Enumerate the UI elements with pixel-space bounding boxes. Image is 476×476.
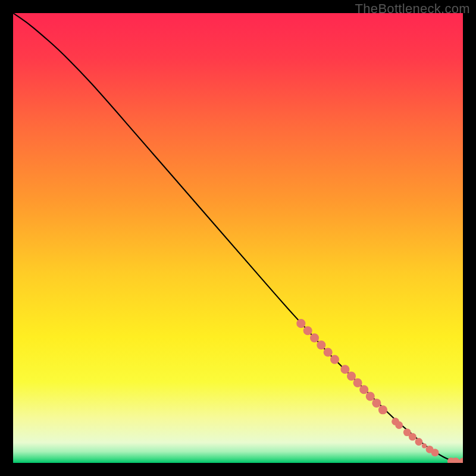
data-marker: [431, 449, 439, 456]
data-marker: [303, 326, 312, 335]
data-marker: [422, 443, 427, 448]
chart-stage: TheBottleneck.com: [0, 0, 476, 476]
data-marker: [372, 399, 381, 408]
data-marker: [366, 392, 375, 401]
data-marker: [296, 319, 305, 328]
data-marker: [359, 385, 368, 394]
data-marker: [415, 438, 422, 446]
chart-svg: [13, 13, 463, 463]
data-marker: [324, 347, 333, 356]
data-marker: [347, 372, 356, 381]
gradient-background: [13, 13, 463, 463]
watermark-text: TheBottleneck.com: [355, 1, 470, 17]
data-marker: [330, 355, 339, 364]
data-marker: [378, 405, 387, 414]
data-marker: [340, 365, 349, 374]
data-marker: [353, 378, 362, 387]
data-marker: [310, 333, 319, 342]
data-marker: [317, 340, 325, 349]
data-marker: [409, 433, 416, 441]
plot-area: [13, 13, 463, 463]
data-marker: [395, 421, 403, 429]
